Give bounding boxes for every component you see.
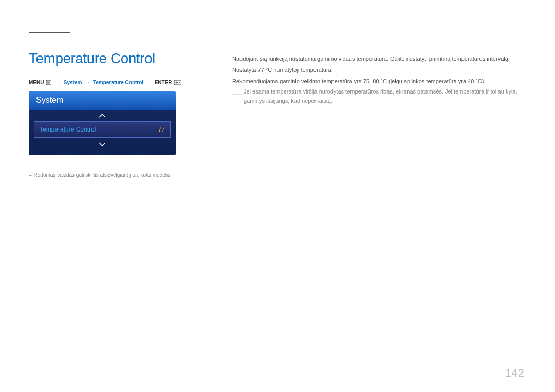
breadcrumb-system: System (64, 80, 82, 85)
page-number: 142 (505, 366, 524, 380)
breadcrumb-arrow: → (55, 80, 61, 85)
chevron-down-icon (99, 142, 106, 146)
note-dash: ― (232, 86, 242, 101)
page-title: Temperature Control (29, 50, 155, 67)
breadcrumb-enter-label: ENTER (155, 80, 172, 85)
osd-item-temperature-control[interactable]: Temperature Control 77 (34, 121, 171, 138)
footnote-text: Rodomas vaizdas gali skirtis atsižvelgia… (34, 172, 172, 178)
body-paragraph-1: Naudojant šią funkciją nustatoma gaminio… (232, 54, 524, 64)
osd-panel: System Temperature Control 77 (29, 91, 176, 155)
footnote-separator (29, 165, 132, 165)
osd-header: System (29, 91, 176, 110)
breadcrumb-temperature-control: Temperature Control (93, 80, 143, 85)
header-rule (125, 36, 524, 36)
breadcrumb-arrow: → (85, 80, 90, 85)
body-paragraph-2: Nustatyta 77 °C numatytoji temperatūra. (232, 65, 524, 76)
svg-point-5 (179, 82, 180, 83)
footnote-dash: – (29, 172, 32, 178)
chevron-up-icon (99, 114, 106, 118)
osd-up-button[interactable] (29, 110, 176, 120)
body-text: Naudojant šią funkciją nustatoma gaminio… (232, 54, 524, 87)
breadcrumb: MENU → System → Temperature Control → EN… (29, 80, 181, 86)
osd-item-label: Temperature Control (40, 126, 96, 133)
footnote: –Rodomas vaizdas gali skirtis atsižvelgi… (29, 172, 172, 178)
breadcrumb-arrow: → (146, 80, 152, 85)
note-content: Jei esama temperatūra viršija nurodytas … (232, 87, 524, 105)
osd-down-button[interactable] (29, 139, 176, 149)
svg-rect-0 (46, 80, 51, 85)
menu-icon (46, 80, 51, 86)
breadcrumb-menu-label: MENU (29, 80, 44, 85)
osd-item-value: 77 (158, 126, 165, 133)
enter-icon (174, 80, 181, 86)
body-paragraph-3: Rekomenduojama gaminio veikimo temperatū… (232, 77, 524, 87)
header-marker (29, 32, 70, 33)
body-note: ― Jei esama temperatūra viršija nurodyta… (232, 87, 524, 105)
